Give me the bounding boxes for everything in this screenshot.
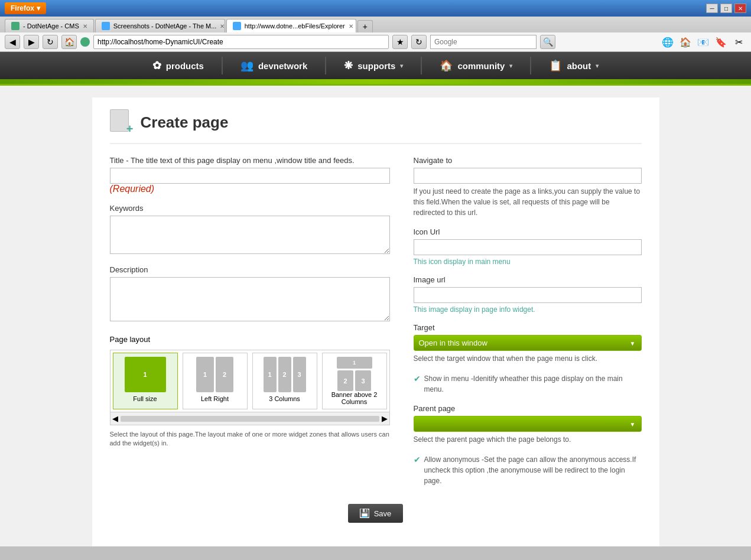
community-arrow: ▾ — [509, 63, 512, 69]
layout-block-lr-2: 2 — [216, 357, 233, 392]
minimize-button[interactable]: ─ — [706, 4, 718, 13]
forward-button[interactable]: ▶ — [24, 35, 39, 49]
layout-block-lr-1: 1 — [196, 357, 214, 392]
nav-item-community[interactable]: 🏠 community ▾ — [422, 52, 530, 79]
firefox-menu-button[interactable]: Firefox ▾ — [5, 2, 46, 14]
nav-item-devnetwork[interactable]: 👥 devnetwork — [223, 52, 325, 79]
image-url-input[interactable] — [414, 287, 642, 303]
layout-banner-bottom: 2 3 — [337, 370, 371, 391]
target-select[interactable]: Open in this window Open in new window O… — [414, 335, 642, 351]
firefox-arrow: ▾ — [37, 4, 40, 12]
keywords-textarea[interactable] — [110, 216, 390, 254]
layout-full-label: Full size — [117, 395, 174, 402]
title-group: Title - The title text of this page disp… — [110, 156, 390, 194]
home-button[interactable]: 🏠 — [61, 35, 77, 49]
tab-close-1[interactable]: ✕ — [83, 23, 87, 30]
description-textarea[interactable] — [110, 277, 390, 321]
browser-chrome: Firefox ▾ ─ □ ✕ - DotNetAge - CMS ✕ Scre… — [0, 0, 751, 52]
tab-label-3: http://www.dotne...ebFiles/Explorer — [245, 22, 345, 30]
toolbar-icon-3[interactable]: 📧 — [695, 35, 711, 49]
page-wrapper: ✿ products 👥 devnetwork ❋ supports ▾ 🏠 c… — [0, 52, 751, 546]
allow-anonymous-text: Allow anonymous -Set the page can allow … — [424, 454, 642, 486]
toolbar-icon-4[interactable]: 🔖 — [713, 35, 729, 49]
save-button[interactable]: 💾 Save — [348, 504, 404, 523]
nav-item-products[interactable]: ✿ products — [135, 52, 222, 79]
devnetwork-icon: 👥 — [240, 59, 253, 72]
keywords-group: Keywords — [110, 204, 390, 256]
supports-icon: ❋ — [344, 59, 353, 72]
icon-url-input[interactable] — [414, 239, 642, 255]
scroll-right-btn[interactable]: ▶ — [382, 414, 388, 423]
toolbar-icon-5[interactable]: ✂ — [731, 35, 746, 49]
show-in-menu-row: ✔ Show in menu -Idenitify wheather this … — [414, 373, 642, 395]
about-icon: 📋 — [549, 59, 562, 72]
layout-banner[interactable]: 1 2 3 Banner above 2 Columns — [322, 353, 387, 409]
nav-label-products: products — [166, 61, 204, 71]
keywords-label: Keywords — [110, 204, 390, 213]
layout-block-banner-2: 2 — [337, 370, 353, 391]
create-page-icon: + — [110, 109, 134, 136]
image-url-group: Image url This image display in page inf… — [414, 275, 642, 314]
about-arrow: ▾ — [596, 63, 599, 69]
scroll-thumb — [121, 416, 379, 422]
toolbar-icons: 🌐 🏠 📧 🔖 ✂ — [660, 35, 746, 49]
maximize-button[interactable]: □ — [720, 4, 732, 13]
close-button[interactable]: ✕ — [734, 4, 746, 13]
layout-scroll[interactable]: 1 Full size 1 2 Left Right — [110, 350, 389, 412]
title-label: Title - The title text of this page disp… — [110, 156, 390, 165]
scroll-left-btn[interactable]: ◀ — [112, 414, 118, 423]
toolbar-icon-1[interactable]: 🌐 — [660, 35, 675, 49]
address-globe-icon — [80, 37, 90, 47]
main-content: + Create page Title - The title text of … — [92, 97, 659, 546]
layout-full-size[interactable]: 1 Full size — [113, 353, 178, 409]
title-input[interactable] — [110, 168, 390, 184]
navigate-to-input[interactable] — [414, 168, 642, 184]
bookmark-star-button[interactable]: ★ — [392, 35, 408, 49]
nav-menu: ✿ products 👥 devnetwork ❋ supports ▾ 🏠 c… — [0, 52, 751, 79]
image-url-hint: This image display in page info widget. — [414, 305, 642, 314]
toolbar-icon-2[interactable]: 🏠 — [678, 35, 693, 49]
refresh-small-button[interactable]: ↻ — [411, 35, 427, 49]
allow-anonymous-check-icon[interactable]: ✔ — [414, 455, 421, 464]
form-columns: Title - The title text of this page disp… — [110, 156, 642, 486]
window-controls: ─ □ ✕ — [706, 4, 746, 13]
nav-label-supports: supports — [357, 61, 395, 71]
layout-block-full: 1 — [125, 357, 166, 392]
nav-label-devnetwork: devnetwork — [258, 61, 307, 71]
supports-arrow: ▾ — [400, 63, 403, 69]
nav-item-about[interactable]: 📋 about ▾ — [531, 52, 616, 79]
address-input[interactable]: http://localhost/home-DynamicUI/Create — [93, 35, 389, 49]
plus-icon: + — [126, 122, 134, 136]
new-tab-button[interactable]: + — [357, 20, 373, 32]
tab-label-2: Screenshots - DotNetAge - The M... — [113, 22, 217, 30]
description-group: Description — [110, 265, 390, 323]
nav-wrapper: ✿ products 👥 devnetwork ❋ supports ▾ 🏠 c… — [0, 52, 751, 86]
layout-label: Page layout — [110, 335, 390, 344]
layout-carousel: 1 Full size 1 2 Left Right — [110, 350, 390, 425]
tab-2[interactable]: Screenshots - DotNetAge - The M... ✕ — [95, 19, 225, 32]
tab-1[interactable]: - DotNetAge - CMS ✕ — [5, 19, 94, 32]
firefox-label: Firefox — [11, 4, 34, 12]
search-input[interactable] — [430, 35, 537, 49]
tab-icon-2 — [102, 22, 110, 30]
tab-close-3[interactable]: ✕ — [349, 23, 353, 30]
layout-full-grid: 1 — [117, 357, 174, 392]
layout-block-banner-top: 1 — [337, 357, 372, 369]
show-in-menu-text: Show in menu -Idenitify wheather this pa… — [424, 373, 642, 395]
navigate-to-hint: If you just need to create the page as a… — [414, 186, 642, 218]
tab-close-2[interactable]: ✕ — [220, 23, 225, 30]
layout-3col-grid: 1 2 3 — [256, 357, 313, 392]
nav-item-supports[interactable]: ❋ supports ▾ — [326, 52, 421, 79]
search-go-button[interactable]: 🔍 — [540, 35, 555, 49]
layout-3col[interactable]: 1 2 3 3 Columns — [252, 353, 317, 409]
parent-page-label: Parent page — [414, 404, 642, 413]
layout-left-right[interactable]: 1 2 Left Right — [183, 353, 248, 409]
refresh-button[interactable]: ↻ — [43, 35, 58, 49]
tab-3[interactable]: http://www.dotne...ebFiles/Explorer ✕ — [226, 19, 356, 32]
show-in-menu-check-icon[interactable]: ✔ — [414, 374, 421, 383]
parent-page-select[interactable] — [414, 416, 642, 432]
icon-url-group: Icon Url This icon display in main menu — [414, 227, 642, 266]
parent-page-group: Parent page Select the parent page which… — [414, 404, 642, 445]
back-button[interactable]: ◀ — [5, 35, 20, 49]
layout-section: Page layout 1 Full size — [110, 335, 390, 448]
